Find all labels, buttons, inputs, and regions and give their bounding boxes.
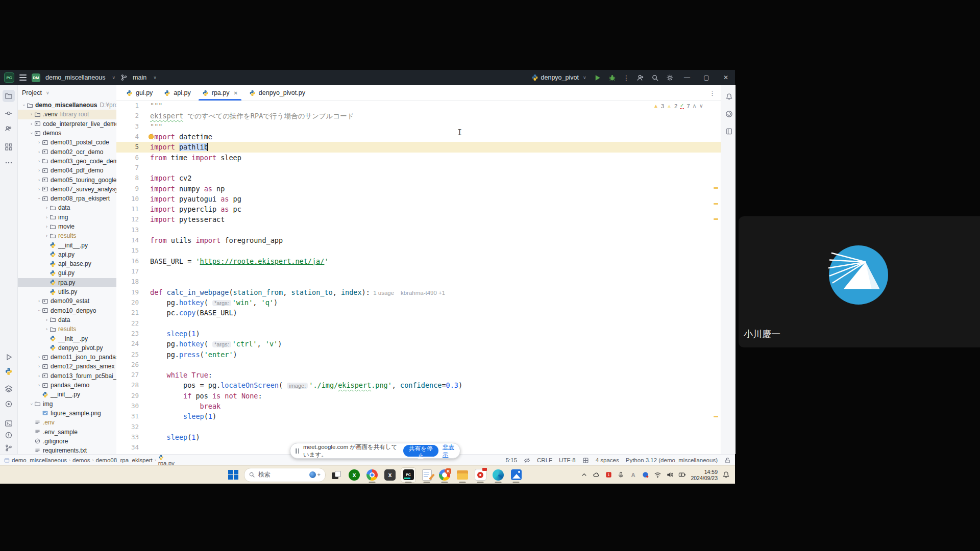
chrome-profile-icon[interactable]: K <box>437 468 452 482</box>
tab-gui-py[interactable]: gui.py <box>120 85 158 101</box>
run-config-widget[interactable]: denpyo_pivot ∨ <box>531 74 586 81</box>
commit-icon[interactable] <box>3 107 15 119</box>
add-user-icon[interactable] <box>636 74 644 82</box>
tree-item-.env[interactable]: .env <box>18 418 116 427</box>
more-icon[interactable] <box>3 157 15 169</box>
xbox-icon[interactable]: x <box>347 468 361 482</box>
tree-item-rpa.py[interactable]: rpa.py <box>18 278 116 287</box>
branch-name[interactable]: main <box>133 74 146 81</box>
mic-icon[interactable] <box>617 471 625 479</box>
tree-item-img[interactable]: ›img <box>18 213 116 222</box>
chevron-collapsed-icon[interactable]: › <box>36 140 42 145</box>
close-tab-icon[interactable]: ✕ <box>233 90 237 96</box>
calendar-badge-icon[interactable]: 1 <box>605 471 612 479</box>
people-icon[interactable] <box>3 122 15 135</box>
line-separator[interactable]: CRLF <box>537 457 552 463</box>
tree-item-demo10_denpyo[interactable]: ›demo10_denpyo <box>18 306 116 315</box>
python-console-icon[interactable] <box>3 365 15 378</box>
tree-item-denpyo_pivot.py[interactable]: denpyo_pivot.py <box>18 343 116 353</box>
chevron-collapsed-icon[interactable]: › <box>44 233 50 238</box>
tree-item-demo02_ocr_demo[interactable]: ›demo02_ocr_demo <box>18 147 116 156</box>
start-icon[interactable] <box>226 468 240 482</box>
ai-assistant-icon[interactable] <box>723 108 735 120</box>
terminal-icon[interactable] <box>3 417 15 430</box>
close-button[interactable]: ✕ <box>720 74 732 81</box>
maximize-button[interactable]: ▢ <box>700 74 713 81</box>
breadcrumb-item[interactable]: demo_miscellaneous <box>12 457 67 463</box>
photos-icon[interactable] <box>509 468 523 482</box>
taskview-icon[interactable] <box>329 468 344 482</box>
tree-item-__init__.py[interactable]: __init__.py <box>18 390 116 399</box>
tree-item-.gitignore[interactable]: .gitignore <box>18 437 116 446</box>
caret-position[interactable]: 5:15 <box>506 457 517 463</box>
tree-item-results[interactable]: ›results <box>18 324 116 334</box>
tree-item-.env_sample[interactable]: .env_sample <box>18 427 116 436</box>
tree-item-figure_sample.png[interactable]: figure_sample.png <box>18 409 116 418</box>
chevron-collapsed-icon[interactable]: › <box>36 178 42 183</box>
problems-icon[interactable] <box>3 429 15 441</box>
battery-icon[interactable] <box>678 471 686 479</box>
chevron-collapsed-icon[interactable]: › <box>44 327 50 332</box>
tab-api-py[interactable]: api.py <box>158 85 196 101</box>
documentation-icon[interactable] <box>723 125 735 137</box>
tree-item-demo11_json_to_pandas[interactable]: ›demo11_json_to_pandas <box>18 353 116 362</box>
chevron-collapsed-icon[interactable]: › <box>44 205 50 210</box>
python-interpreter[interactable]: Python 3.12 (demo_miscellaneous) <box>626 457 718 463</box>
tree-item-code_interpreter_live_demo[interactable]: ›code_interpreter_live_demo <box>18 119 116 129</box>
chevron-collapsed-icon[interactable]: › <box>44 215 50 220</box>
tree-item-__init__.py[interactable]: __init__.py <box>18 240 116 249</box>
tree-item-demo04_pdf_demo[interactable]: ›demo04_pdf_demo <box>18 166 116 175</box>
tree-item-api.py[interactable]: api.py <box>18 250 116 259</box>
xbox-dark-icon[interactable]: x <box>383 468 397 482</box>
tree-item-demo01_postal_code[interactable]: ›demo01_postal_code <box>18 138 116 147</box>
next-issue-icon[interactable]: ∨ <box>699 103 703 109</box>
inspection-widget[interactable]: ▲3 ▲2 ✓7 ∧ ∨ <box>653 103 703 109</box>
chevron-collapsed-icon[interactable]: › <box>36 159 42 164</box>
tree-item-img[interactable]: ›img <box>18 399 116 409</box>
chevron-collapsed-icon[interactable]: › <box>36 373 42 379</box>
cloud-icon[interactable] <box>593 471 600 479</box>
tree-item-gui.py[interactable]: gui.py <box>18 268 116 278</box>
explorer-icon[interactable] <box>455 468 470 482</box>
hide-link[interactable]: 非表示 <box>443 443 457 459</box>
tree-item-demo05_touring_google_maps[interactable]: ›demo05_touring_google_maps <box>18 175 116 184</box>
breadcrumb-item[interactable]: demos <box>72 457 90 463</box>
tree-item-demo08_rpa_ekispert[interactable]: ›demo08_rpa_ekispert <box>18 194 116 203</box>
prev-issue-icon[interactable]: ∧ <box>693 103 697 109</box>
breadcrumb-item[interactable]: rpa.py <box>158 455 175 466</box>
tree-item-demo12_pandas_amex[interactable]: ›demo12_pandas_amex <box>18 362 116 371</box>
taskbar-clock[interactable]: 14:592024/09/23 <box>691 469 718 481</box>
ime-a-icon[interactable]: A <box>629 471 637 479</box>
stop-sharing-button[interactable]: 共有を停止 <box>403 445 438 457</box>
highlighting-level-icon[interactable] <box>524 457 530 464</box>
run-icon[interactable] <box>3 351 15 363</box>
tree-item-demo03_geo_code_demo[interactable]: ›demo03_geo_code_demo <box>18 157 116 166</box>
tree-item-.venv[interactable]: ›.venvlibrary root <box>18 110 116 119</box>
debug-button[interactable] <box>608 74 616 82</box>
tree-item-demos[interactable]: ›demos <box>18 129 116 138</box>
run-button[interactable] <box>594 74 601 82</box>
project-name[interactable]: demo_miscellaneous <box>45 74 105 81</box>
chevron-collapsed-icon[interactable]: › <box>36 355 42 360</box>
tree-item-requirements.txt[interactable]: requirements.txt <box>18 446 116 454</box>
chevron-collapsed-icon[interactable]: › <box>44 317 50 322</box>
structure-icon[interactable] <box>3 141 15 153</box>
intention-bulb-icon[interactable] <box>149 134 154 139</box>
layers-icon[interactable] <box>3 383 15 395</box>
chrome-colorful-icon[interactable] <box>365 468 379 482</box>
tree-item-demo09_estat[interactable]: ›demo09_estat <box>18 296 116 306</box>
chevron-collapsed-icon[interactable]: › <box>36 187 42 192</box>
chevron-collapsed-icon[interactable]: › <box>29 112 34 117</box>
notepad-icon[interactable] <box>420 468 434 482</box>
tab-rpa-py[interactable]: rpa.py✕ <box>197 85 243 101</box>
tree-item-api_base.py[interactable]: api_base.py <box>18 259 116 268</box>
chevron-expanded-icon[interactable]: › <box>21 103 27 108</box>
tree-item-results[interactable]: ›results <box>18 231 116 240</box>
minimize-button[interactable]: — <box>681 74 693 81</box>
chevron-expanded-icon[interactable]: › <box>29 401 34 407</box>
participant-tile[interactable]: 小川慶一 <box>739 216 980 347</box>
volume-icon[interactable] <box>666 471 674 479</box>
chevron-up-icon[interactable] <box>580 471 588 479</box>
project-folder-icon[interactable] <box>3 90 15 102</box>
taskbar-search-input[interactable]: 検索✦ <box>244 468 326 482</box>
